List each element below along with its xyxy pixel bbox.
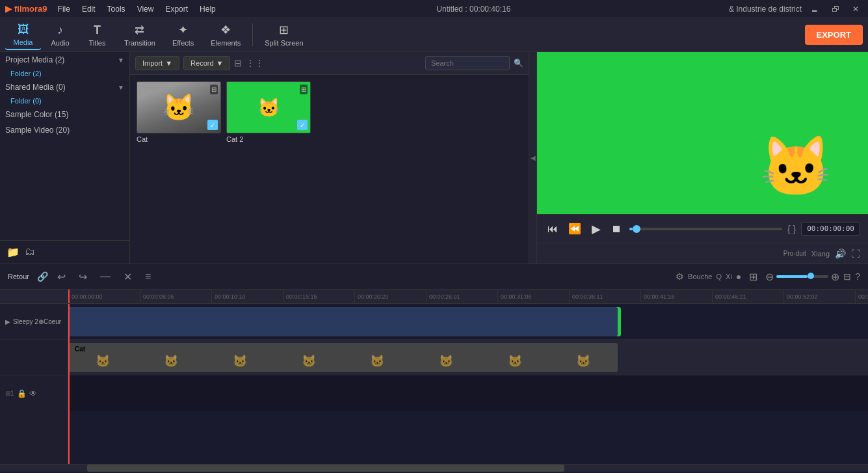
sidebar-item-sample-color[interactable]: Sample Color (15): [0, 107, 129, 122]
export-button[interactable]: EXPORT: [805, 25, 863, 45]
titles-icon: T: [94, 23, 101, 37]
toolbar-titles[interactable]: T Titles: [79, 21, 115, 49]
preview-cat: 🐱: [759, 133, 832, 201]
preview-screen: 🐱: [537, 52, 868, 214]
effects-icon: ✦: [178, 23, 188, 37]
scrollbar-thumb[interactable]: [87, 465, 564, 472]
edit-toolbar-right: ⚙ Bouche Q Xi ● ⊞ ⊖ ⊕ ⊟ ?: [676, 268, 860, 286]
skip-back-btn[interactable]: ⏮: [545, 221, 560, 237]
sidebar-item-shared-media[interactable]: Shared Media (0) ▼: [0, 79, 129, 95]
progress-dot: [633, 225, 640, 233]
sidebar-item-folder[interactable]: Folder (2): [0, 68, 129, 79]
zoom-slider[interactable]: [776, 275, 828, 278]
track-eye-icon[interactable]: 👁: [29, 389, 37, 398]
cat2-label: Cat 2: [226, 133, 311, 145]
dark-frame7: 🐱: [508, 354, 522, 368]
play-btn[interactable]: ▶: [589, 219, 603, 239]
q-label: Q: [716, 273, 722, 280]
media-check-cat: ✓: [207, 120, 218, 130]
filter-icon[interactable]: ⊟: [234, 58, 242, 68]
timeline-playhead-line: [68, 304, 70, 464]
toolbar-transition[interactable]: ⇄ Transition: [116, 20, 163, 49]
restore-btn[interactable]: 🗗: [828, 3, 843, 15]
media-grid: 🐱 ⊟ ✓ Cat 🐱 ⊞ ✓ Cat 2: [130, 75, 529, 152]
collapse-panel-btn[interactable]: ◀: [529, 52, 536, 264]
zoom-in-btn[interactable]: ⊕: [831, 271, 839, 283]
delete-btn[interactable]: ✕: [120, 268, 136, 286]
menu-tools[interactable]: Tools: [105, 3, 128, 15]
zoom-fill: [776, 275, 808, 278]
volume-icon[interactable]: 🔊: [835, 249, 846, 259]
toolbar-media-label: Media: [14, 38, 33, 46]
menu-bar: File Edit Tools View Export Help: [55, 3, 218, 15]
toolbar-effects-label: Effects: [172, 39, 194, 47]
ruler-marks: 00:00:00:00 00:00:05:05 00:00:10:10 00:0…: [68, 290, 868, 304]
in-point-btn[interactable]: { }: [787, 224, 796, 234]
redo-btn[interactable]: ↪: [75, 268, 91, 286]
track-lock-icon[interactable]: 🔒: [17, 389, 27, 398]
dark-frame5: 🐱: [370, 354, 384, 368]
toolbar-elements[interactable]: ❖ Elements: [203, 20, 248, 49]
help-btn[interactable]: ?: [855, 271, 860, 282]
xiang-label: Xiang: [811, 250, 830, 258]
minimize-btn[interactable]: 🗕: [807, 3, 822, 15]
scrollbar-track[interactable]: [0, 465, 868, 472]
track1-collapse-btn[interactable]: ▶: [5, 318, 10, 325]
close-btn[interactable]: ✕: [848, 3, 863, 15]
add-folder-icon[interactable]: 📁: [7, 246, 20, 258]
dark-frame8: 🐱: [576, 354, 590, 368]
ruler-mark-1: 00:00:05:05: [140, 290, 211, 304]
link-icon[interactable]: 🔗: [37, 271, 48, 282]
clip-cat-frames: 🐱 🐱 🐱 🐱 🐱 🐱 🐱 🐱: [68, 349, 618, 372]
search-icon[interactable]: 🔍: [514, 59, 523, 68]
motion-icon[interactable]: ⚙: [676, 271, 684, 282]
user-label: & Industrie de district: [729, 5, 802, 14]
progress-bar[interactable]: [629, 228, 782, 230]
fullscreen-btn[interactable]: ⛶: [851, 249, 860, 259]
cat-label: Cat: [137, 133, 221, 145]
step-back-btn[interactable]: ⏪: [566, 220, 584, 237]
track-row-audio: [68, 375, 868, 411]
ruler-mark-11: 00:0: [855, 290, 868, 304]
menu-help[interactable]: Help: [197, 3, 218, 15]
menu-edit[interactable]: Edit: [79, 3, 98, 15]
preview-controls: ⏮ ⏪ ▶ ⏹ { } 00:00:00:00: [537, 214, 868, 243]
track-num-1: ⊞1: [5, 390, 14, 397]
sidebar-item-project-media[interactable]: Project Media (2) ▼: [0, 52, 129, 68]
toolbar-effects[interactable]: ✦ Effects: [164, 20, 202, 49]
progress-fill: [629, 228, 633, 230]
audio-clip[interactable]: [68, 307, 618, 336]
toolbar-media[interactable]: 🖼 Media: [5, 20, 41, 50]
menu-view[interactable]: View: [135, 3, 157, 15]
produit-label: Pro-duit: [783, 250, 806, 257]
dark-frame2: 🐱: [164, 354, 178, 368]
shared-media-chevron: ▼: [118, 84, 124, 91]
sidebar-item-sample-video[interactable]: Sample Video (20): [0, 122, 129, 138]
sidebar-item-shared-folder[interactable]: Folder (0): [0, 95, 129, 107]
grid-icon[interactable]: ⋮⋮: [246, 58, 264, 68]
toolbar-titles-label: Titles: [89, 39, 106, 47]
ripple-btn[interactable]: ≡: [141, 268, 155, 285]
clip-cat[interactable]: Cat 🐱 🐱 🐱 🐱 🐱 🐱 🐱 🐱: [68, 343, 618, 372]
view-toggle-btn[interactable]: ⊟: [843, 271, 851, 282]
ruler-mark-5: 00:00:26:01: [426, 290, 497, 304]
menu-file[interactable]: File: [55, 3, 73, 15]
import-chevron: ▼: [165, 59, 172, 67]
toolbar-split-screen[interactable]: ⊞ Split Screen: [257, 20, 311, 49]
toolbar-audio[interactable]: ♪ Audio: [42, 21, 78, 49]
media-item-cat2[interactable]: 🐱 ⊞ ✓ Cat 2: [226, 81, 311, 145]
menu-export[interactable]: Export: [163, 3, 191, 15]
add-track-btn[interactable]: ⊞: [745, 268, 761, 286]
delete-folder-icon[interactable]: 🗂: [25, 246, 35, 258]
import-button[interactable]: Import ▼: [135, 56, 179, 70]
media-item-cat[interactable]: 🐱 ⊟ ✓ Cat: [137, 81, 221, 145]
zoom-out-btn[interactable]: ⊖: [765, 271, 774, 283]
retour-label: Retour: [8, 273, 29, 280]
search-input[interactable]: [425, 56, 510, 70]
stop-btn[interactable]: ⏹: [609, 221, 624, 237]
track1-label: Sleepy 2⊕Coeur: [13, 318, 61, 325]
cut-btn[interactable]: —: [96, 268, 114, 285]
record-button[interactable]: Record ▼: [183, 56, 230, 70]
undo-btn[interactable]: ↩: [53, 268, 70, 286]
timeline-tracks-right: Cat 2 🐱 🐱 🐱 🐱 🐱 🐱 🐱 🐱 Ca: [68, 304, 868, 464]
